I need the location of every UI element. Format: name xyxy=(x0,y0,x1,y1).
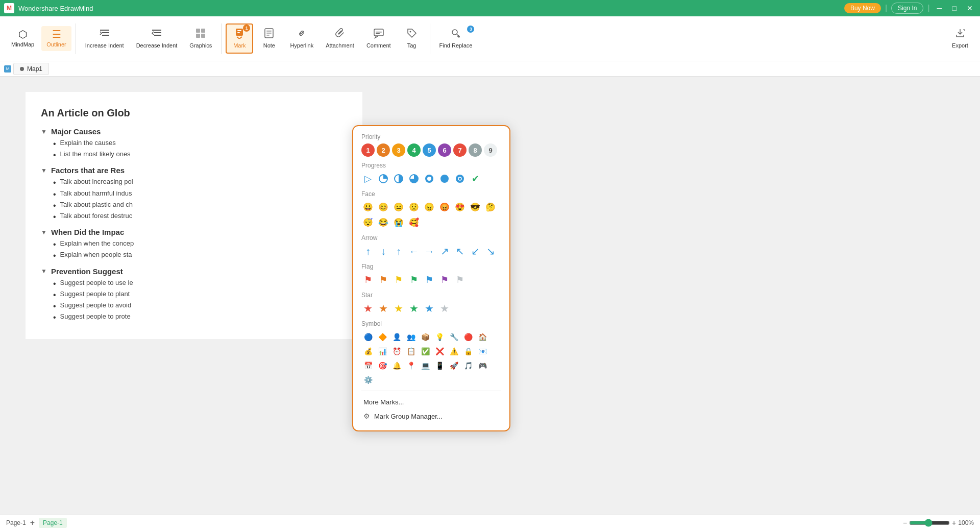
maximize-button[interactable]: □ xyxy=(949,4,960,12)
add-page-button[interactable]: + xyxy=(30,518,35,527)
arrow-up[interactable]: ↑ xyxy=(361,245,375,258)
active-page-tab[interactable]: Page-1 xyxy=(39,518,67,528)
flag-red[interactable]: ⚑ xyxy=(361,273,375,286)
progress-3[interactable] xyxy=(407,172,421,185)
arrow-nw[interactable]: ↖ xyxy=(453,245,467,258)
priority-7[interactable]: 7 xyxy=(453,143,467,157)
close-button[interactable]: ✕ xyxy=(964,4,976,12)
sym-2[interactable]: 🔶 xyxy=(376,330,389,344)
priority-4[interactable]: 4 xyxy=(407,143,421,157)
sym-13[interactable]: 📋 xyxy=(404,345,418,358)
progress-check[interactable]: ✔ xyxy=(469,172,482,185)
star-green[interactable]: ★ xyxy=(407,302,421,315)
arrow-up2[interactable]: ↑ xyxy=(392,245,405,258)
face-9[interactable]: 🤔 xyxy=(484,201,497,214)
hyperlink-tool[interactable]: Hyperlink xyxy=(285,25,318,52)
section-toggle-prevention[interactable]: ▼ xyxy=(41,268,47,275)
face-5[interactable]: 😠 xyxy=(423,201,436,214)
flag-white[interactable]: ⚑ xyxy=(453,273,467,286)
sym-24[interactable]: 📱 xyxy=(433,359,446,372)
progress-4[interactable] xyxy=(423,172,436,185)
outliner-tool[interactable]: ☰ Outliner xyxy=(41,26,71,51)
sym-9[interactable]: 🏠 xyxy=(476,330,489,344)
arrow-se[interactable]: ↘ xyxy=(484,245,497,258)
sym-22[interactable]: 📍 xyxy=(404,359,418,372)
sym-14[interactable]: ✅ xyxy=(419,345,432,358)
more-marks-action[interactable]: More Marks... xyxy=(361,395,501,409)
sym-1[interactable]: 🔵 xyxy=(361,330,375,344)
sym-19[interactable]: 📅 xyxy=(361,359,375,372)
sym-16[interactable]: ⚠️ xyxy=(447,345,460,358)
progress-0[interactable]: ▷ xyxy=(361,172,375,185)
section-toggle-factors[interactable]: ▼ xyxy=(41,167,47,174)
sym-21[interactable]: 🔔 xyxy=(390,359,403,372)
sym-26[interactable]: 🎵 xyxy=(461,359,475,372)
sym-3[interactable]: 👤 xyxy=(390,330,403,344)
star-yellow[interactable]: ★ xyxy=(392,302,405,315)
sym-27[interactable]: 🎮 xyxy=(476,359,489,372)
zoom-slider[interactable] xyxy=(909,519,950,527)
decrease-indent-tool[interactable]: Decrease Indent xyxy=(131,25,183,52)
flag-orange[interactable]: ⚑ xyxy=(377,273,390,286)
sym-11[interactable]: 📊 xyxy=(376,345,389,358)
progress-5[interactable] xyxy=(438,172,451,185)
star-red[interactable]: ★ xyxy=(361,302,375,315)
face-2[interactable]: 😊 xyxy=(377,201,390,214)
comment-tool[interactable]: Comment xyxy=(361,25,396,52)
arrow-right[interactable]: → xyxy=(423,245,436,258)
arrow-down[interactable]: ↓ xyxy=(377,245,390,258)
arrow-sw[interactable]: ↙ xyxy=(469,245,482,258)
sym-4[interactable]: 👥 xyxy=(404,330,418,344)
face-10[interactable]: 😴 xyxy=(361,216,375,229)
star-white[interactable]: ★ xyxy=(438,302,451,315)
attachment-tool[interactable]: Attachment xyxy=(321,25,359,52)
progress-2[interactable] xyxy=(392,172,405,185)
sym-10[interactable]: 💰 xyxy=(361,345,375,358)
graphics-tool[interactable]: Graphics xyxy=(184,25,217,52)
priority-5[interactable]: 5 xyxy=(423,143,436,157)
zoom-out-button[interactable]: − xyxy=(903,519,907,527)
section-toggle-major-causes[interactable]: ▼ xyxy=(41,128,47,135)
star-blue[interactable]: ★ xyxy=(423,302,436,315)
zoom-in-button[interactable]: + xyxy=(952,519,956,527)
priority-1[interactable]: 1 xyxy=(361,143,375,157)
face-7[interactable]: 😍 xyxy=(453,201,467,214)
priority-3[interactable]: 3 xyxy=(392,143,405,157)
minimize-button[interactable]: ─ xyxy=(934,4,945,12)
flag-green[interactable]: ⚑ xyxy=(407,273,421,286)
sign-in-button[interactable]: Sign In xyxy=(891,3,923,14)
sym-20[interactable]: 🎯 xyxy=(376,359,389,372)
arrow-left[interactable]: ← xyxy=(407,245,421,258)
face-4[interactable]: 😟 xyxy=(407,201,421,214)
sym-25[interactable]: 🚀 xyxy=(447,359,460,372)
section-toggle-when[interactable]: ▼ xyxy=(41,229,47,236)
sym-6[interactable]: 💡 xyxy=(433,330,446,344)
arrow-ne[interactable]: ↗ xyxy=(438,245,451,258)
sym-18[interactable]: 📧 xyxy=(476,345,489,358)
note-tool[interactable]: Note xyxy=(255,25,283,52)
flag-purple[interactable]: ⚑ xyxy=(438,273,451,286)
mindmap-tool[interactable]: ⬡ MindMap xyxy=(6,26,39,51)
priority-2[interactable]: 2 xyxy=(377,143,390,157)
sym-15[interactable]: ❌ xyxy=(433,345,446,358)
progress-6[interactable] xyxy=(453,172,467,185)
flag-blue[interactable]: ⚑ xyxy=(423,273,436,286)
tag-tool[interactable]: Tag xyxy=(398,25,426,52)
face-1[interactable]: 😀 xyxy=(361,201,375,214)
star-orange[interactable]: ★ xyxy=(377,302,390,315)
export-tool[interactable]: Export xyxy=(946,25,974,52)
sym-12[interactable]: ⏰ xyxy=(390,345,403,358)
progress-1[interactable] xyxy=(377,172,390,185)
face-8[interactable]: 😎 xyxy=(469,201,482,214)
sym-7[interactable]: 🔧 xyxy=(447,330,460,344)
face-12[interactable]: 😭 xyxy=(392,216,405,229)
increase-indent-tool[interactable]: Increase Indent xyxy=(80,25,129,52)
priority-8[interactable]: 8 xyxy=(469,143,482,157)
face-6[interactable]: 😡 xyxy=(438,201,451,214)
sym-5[interactable]: 📦 xyxy=(419,330,432,344)
face-3[interactable]: 😐 xyxy=(392,201,405,214)
mark-group-manager-action[interactable]: ⚙ Mark Group Manager... xyxy=(361,409,501,423)
flag-yellow[interactable]: ⚑ xyxy=(392,273,405,286)
sym-17[interactable]: 🔒 xyxy=(461,345,475,358)
sym-23[interactable]: 💻 xyxy=(419,359,432,372)
